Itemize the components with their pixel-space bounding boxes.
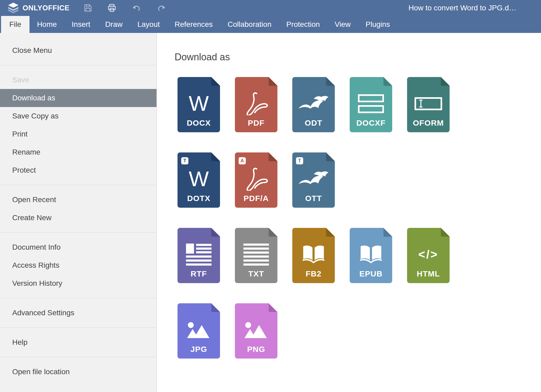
tab-view[interactable]: View (327, 16, 358, 33)
format-label: PDF (235, 118, 277, 127)
rich-text-lines-glyph (177, 236, 220, 273)
tab-draw[interactable]: Draw (98, 16, 130, 33)
image-glyph (177, 311, 220, 348)
menu-item-download-as[interactable]: Download as (0, 89, 157, 107)
format-tile-ott[interactable]: T OTT (292, 152, 335, 208)
ribbon-tab-bar: File Home Insert Draw Layout References … (0, 16, 541, 33)
format-label: JPG (177, 345, 220, 354)
menu-item-document-info[interactable]: Document Info (0, 238, 157, 256)
menu-item-save-copy-as[interactable]: Save Copy as (0, 107, 157, 125)
print-icon[interactable] (108, 4, 116, 12)
save-icon[interactable] (84, 4, 92, 12)
menu-item-advanced-settings[interactable]: Advanced Settings (0, 304, 157, 322)
format-label: FB2 (292, 269, 335, 278)
format-label: ODT (292, 118, 335, 127)
form-fields-glyph (350, 85, 392, 122)
tab-file[interactable]: File (1, 16, 29, 33)
format-label: RTF (177, 269, 220, 278)
format-tile-epub[interactable]: EPUB (350, 228, 392, 283)
menu-item-rename[interactable]: Rename (0, 143, 157, 161)
format-label: DOTX (177, 194, 220, 203)
tab-plugins[interactable]: Plugins (358, 16, 398, 33)
acrobat-glyph (235, 85, 277, 122)
menu-item-access-rights[interactable]: Access Rights (0, 256, 157, 274)
menu-item-version-history[interactable]: Version History (0, 274, 157, 292)
format-label: OFORM (407, 118, 450, 127)
acrobat-glyph (235, 160, 277, 198)
image-glyph (235, 311, 277, 348)
menu-item-print[interactable]: Print (0, 125, 157, 143)
onlyoffice-logo: ONLYOFFICE (7, 2, 70, 14)
menu-item-close-menu[interactable]: Close Menu (0, 41, 157, 59)
tab-home[interactable]: Home (29, 16, 64, 33)
menu-divider (0, 298, 157, 298)
tab-layout[interactable]: Layout (130, 16, 167, 33)
format-tile-jpg[interactable]: JPG (177, 303, 220, 359)
format-tile-rtf[interactable]: RTF (177, 228, 220, 283)
form-cursor-glyph (407, 85, 450, 122)
tab-references[interactable]: References (167, 16, 220, 33)
format-tile-dotx[interactable]: T W DOTX (177, 152, 220, 208)
format-grid: W DOCX PDF ODT (177, 77, 450, 359)
format-tile-oform[interactable]: OFORM (407, 77, 450, 132)
format-label: DOCXF (350, 118, 392, 127)
format-tile-odt[interactable]: ODT (292, 77, 335, 132)
menu-item-help[interactable]: Help (0, 333, 157, 351)
format-tile-pdf[interactable]: PDF (235, 77, 277, 132)
menu-item-save: Save (0, 71, 157, 89)
gulls-glyph (292, 85, 335, 122)
format-label: OTT (292, 194, 335, 203)
panel-title: Download as (175, 52, 230, 63)
format-label: EPUB (350, 269, 392, 278)
format-tile-docx[interactable]: W DOCX (177, 77, 220, 132)
menu-divider (0, 327, 157, 328)
format-tile-fb2[interactable]: FB2 (292, 228, 335, 283)
logo-wordmark: ONLYOFFICE (23, 4, 70, 12)
menu-divider (0, 65, 157, 65)
format-label: PDF/A (235, 194, 277, 203)
format-tile-pdfa[interactable]: A PDF/A (235, 152, 277, 208)
format-label: TXT (235, 269, 277, 278)
format-tile-txt[interactable]: TXT (235, 228, 277, 283)
tab-protection[interactable]: Protection (279, 16, 327, 33)
document-title[interactable]: How to convert Word to JPG.d… (408, 0, 516, 16)
menu-divider (0, 185, 157, 185)
format-label: HTML (407, 269, 450, 278)
undo-icon[interactable] (132, 4, 141, 12)
format-label: DOCX (177, 118, 220, 127)
format-label: PNG (235, 345, 277, 354)
word-w-glyph: W (177, 160, 220, 198)
word-w-glyph: W (177, 85, 220, 122)
code-glyph: </> (407, 236, 450, 273)
menu-item-open-file-location[interactable]: Open file location (0, 363, 157, 381)
format-tile-html[interactable]: </> HTML (407, 228, 450, 283)
menu-item-open-recent[interactable]: Open Recent (0, 191, 157, 209)
menu-item-create-new[interactable]: Create New (0, 209, 157, 227)
redo-icon[interactable] (157, 4, 166, 12)
app-header: ONLYOFFICE How to convert Word to JPG.d…… (0, 0, 541, 33)
open-book-glyph (292, 236, 335, 273)
layers-icon (7, 2, 19, 14)
open-book-glyph (350, 236, 392, 273)
tab-collaboration[interactable]: Collaboration (220, 16, 279, 33)
gulls-glyph (292, 160, 335, 198)
menu-divider (0, 357, 157, 357)
top-toolbar: ONLYOFFICE How to convert Word to JPG.d… (0, 0, 541, 16)
tab-insert[interactable]: Insert (64, 16, 98, 33)
menu-item-protect[interactable]: Protect (0, 161, 157, 179)
text-lines-glyph (235, 236, 277, 273)
format-tile-png[interactable]: PNG (235, 303, 277, 359)
download-as-panel: Download as W DOCX PDF (157, 33, 541, 392)
menu-divider (0, 232, 157, 233)
format-tile-docxf[interactable]: DOCXF (350, 77, 392, 132)
file-menu-sidebar: Close Menu Save Download as Save Copy as… (0, 33, 157, 392)
